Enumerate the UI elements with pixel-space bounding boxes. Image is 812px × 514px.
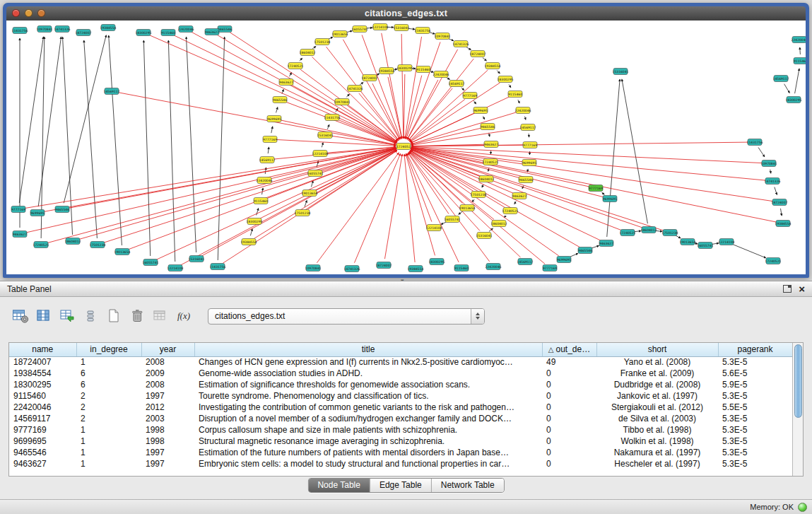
graph-node[interactable]: 14569117	[104, 88, 120, 95]
graph-node[interactable]: 16055741	[445, 216, 461, 223]
graph-node[interactable]: 11431756	[747, 139, 763, 146]
table-cell[interactable]: Dudbridge et al. (2008)	[596, 379, 718, 390]
graph-node[interactable]: 18724007	[772, 199, 788, 206]
citation-edge-red[interactable]	[79, 148, 396, 239]
table-cell[interactable]: 5.3E-5	[718, 356, 792, 368]
table-row[interactable]: 977716911998Corpus callosum shape and si…	[9, 424, 792, 436]
col-header-out-degree[interactable]: △out_de…	[542, 343, 596, 356]
combobox-stepper-icon[interactable]	[471, 309, 484, 324]
table-cell[interactable]: 5.3E-5	[718, 424, 792, 436]
graph-node[interactable]: 18604012	[641, 227, 657, 233]
table-cell[interactable]: 0	[542, 447, 596, 458]
graph-node[interactable]: 9465546	[578, 247, 592, 254]
graph-node[interactable]: 18300295	[498, 76, 514, 83]
table-cell[interactable]: Corpus callosum shape and size in male p…	[194, 424, 542, 436]
graph-node[interactable]: 9463627	[512, 193, 526, 199]
graph-node[interactable]: 9699695	[522, 160, 536, 166]
citation-edge-black[interactable]	[262, 188, 264, 194]
table-cell[interactable]: 1998	[141, 424, 194, 436]
graph-node[interactable]: 14741326	[347, 86, 363, 92]
table-cell[interactable]: 2008	[141, 356, 194, 368]
scrollbar-thumb[interactable]	[794, 344, 802, 418]
graph-node[interactable]: 18724007	[76, 30, 92, 36]
graph-node[interactable]: 17240521	[483, 159, 499, 165]
graph-node[interactable]: 10970841	[761, 160, 777, 167]
close-panel-icon[interactable]: ×	[799, 285, 805, 293]
citation-network-graph[interactable]: 1724052193845541830029591154602242004614…	[6, 21, 806, 274]
graph-node[interactable]: 19013654	[680, 239, 696, 245]
table-cell[interactable]: 6	[76, 368, 141, 379]
citation-edge-black[interactable]	[775, 187, 777, 195]
table-cell[interactable]: 22420046	[9, 402, 76, 413]
table-cell[interactable]: 1	[76, 458, 141, 469]
table-cell[interactable]: 0	[542, 413, 596, 424]
citation-edge-black[interactable]	[676, 235, 681, 238]
table-cell[interactable]: 6	[76, 379, 141, 390]
graph-node[interactable]: 11431756	[415, 28, 431, 34]
citation-edge-black[interactable]	[265, 168, 266, 174]
graph-node[interactable]: 15316041	[613, 69, 629, 75]
citation-edge-red[interactable]	[405, 37, 422, 139]
citation-edge-black[interactable]	[800, 47, 801, 54]
citation-edge-black[interactable]	[758, 147, 765, 156]
table-cell[interactable]: 0	[542, 424, 596, 436]
table-cell[interactable]: 1997	[141, 390, 194, 402]
graph-node[interactable]: 22420046	[257, 177, 273, 184]
graph-node[interactable]: 18604012	[65, 238, 81, 245]
table-selector-combobox[interactable]: citations_edges.txt	[208, 308, 485, 325]
graph-node[interactable]: 16055741	[143, 259, 159, 266]
graph-node[interactable]: 11431756	[12, 28, 28, 34]
table-cell[interactable]: 5.5E-5	[718, 402, 792, 413]
table-cell[interactable]: 5.3E-5	[718, 458, 792, 469]
table-cell[interactable]: 9463627	[9, 458, 76, 469]
new-file-icon[interactable]	[105, 308, 123, 325]
citation-edge-black[interactable]	[592, 245, 599, 248]
window-titlebar[interactable]: citations_edges.txt	[6, 6, 806, 21]
graph-node[interactable]: 15316041	[394, 25, 410, 31]
citation-edge-black[interactable]	[518, 100, 519, 103]
citation-edge-black[interactable]	[732, 244, 765, 257]
table-cell[interactable]: 9699695	[9, 436, 76, 447]
citation-edge-black[interactable]	[84, 40, 98, 238]
citation-edge-black[interactable]	[780, 209, 782, 216]
graph-node[interactable]: 17501238	[662, 230, 678, 236]
graph-node[interactable]: 18300295	[786, 97, 802, 103]
graph-node[interactable]: 9777169	[523, 142, 537, 148]
table-cell[interactable]: 1	[76, 436, 141, 447]
graph-node[interactable]: 17240521	[33, 242, 49, 248]
graph-node[interactable]: 9465546	[273, 97, 287, 103]
graph-node[interactable]: 15316041	[476, 233, 493, 239]
table-cell[interactable]: 5.9E-5	[718, 379, 792, 390]
graph-node[interactable]: 12214108	[312, 151, 329, 157]
graph-node[interactable]: 9777169	[543, 265, 557, 271]
citation-edge-red[interactable]	[411, 148, 604, 197]
graph-node[interactable]: 18724007	[362, 75, 378, 81]
table-cell[interactable]: 1997	[141, 458, 194, 469]
graph-node[interactable]: 14741326	[765, 178, 781, 185]
graph-node[interactable]: 9463627	[484, 141, 498, 148]
table-cell[interactable]: Embryonic stem cells: a model to study s…	[194, 458, 542, 469]
citation-edge-black[interactable]	[360, 82, 363, 84]
citation-edge-black[interactable]	[38, 37, 61, 206]
graph-node[interactable]: 9465546	[519, 177, 533, 183]
graph-node[interactable]: 19013654	[459, 205, 476, 211]
table-cell[interactable]: Tibbo et al. (1998)	[596, 424, 718, 436]
table-cell[interactable]: Estimation of significance thresholds fo…	[194, 379, 542, 390]
graph-node[interactable]: 22420046	[433, 71, 449, 78]
graph-node[interactable]: 18724007	[470, 51, 486, 57]
citation-edge-black[interactable]	[602, 193, 605, 195]
table-cell[interactable]: 2	[76, 402, 141, 413]
citation-edge-black[interactable]	[489, 228, 493, 231]
table-cell[interactable]: 1998	[141, 436, 194, 447]
citation-edge-red[interactable]	[230, 33, 397, 142]
table-cell[interactable]: 2003	[141, 413, 194, 424]
graph-node[interactable]: 9115460	[416, 66, 430, 73]
graph-node[interactable]: 19013654	[114, 249, 131, 255]
table-settings-icon[interactable]	[11, 308, 30, 325]
table-row[interactable]: 1456911722003Disruption of a novel membe…	[9, 413, 792, 424]
graph-node[interactable]: 14569117	[259, 157, 276, 163]
table-cell[interactable]: 0	[542, 458, 596, 469]
citation-edge-black[interactable]	[143, 40, 150, 256]
vertical-scrollbar[interactable]	[792, 343, 803, 476]
graph-node[interactable]: 19384554	[775, 221, 792, 227]
